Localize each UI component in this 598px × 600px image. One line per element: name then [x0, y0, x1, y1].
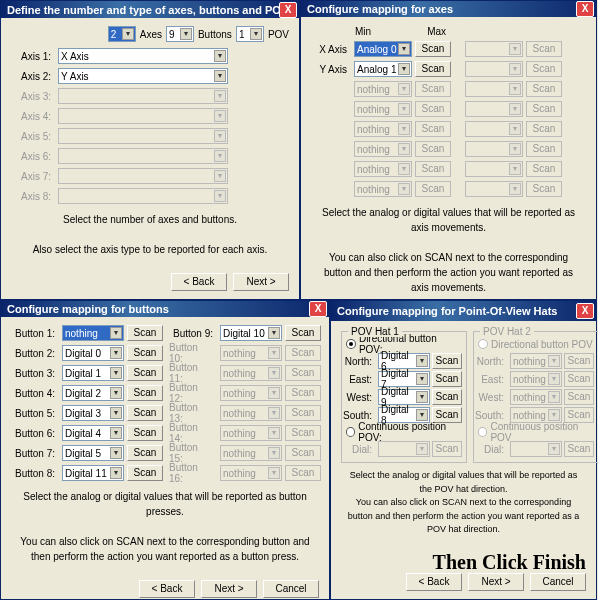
- chevron-down-icon: [250, 28, 262, 40]
- next-button[interactable]: Next >: [233, 273, 289, 291]
- scan-button[interactable]: Scan: [432, 371, 462, 387]
- chevron-down-icon: [509, 183, 521, 195]
- button-label: Button 14:: [169, 425, 217, 441]
- dial-select: [378, 441, 430, 457]
- min-select: nothing: [354, 121, 412, 137]
- scan-button[interactable]: Scan: [127, 445, 163, 461]
- max-select: [465, 121, 523, 137]
- close-icon[interactable]: X: [279, 2, 297, 18]
- scan-button[interactable]: Scan: [127, 385, 163, 401]
- direction-select: nothing: [510, 371, 562, 387]
- pov-count-select[interactable]: 1: [236, 26, 264, 42]
- back-button[interactable]: < Back: [406, 573, 462, 591]
- chevron-down-icon: [398, 83, 410, 95]
- chevron-down-icon: [122, 28, 134, 40]
- buttons-count-select[interactable]: 9: [166, 26, 194, 42]
- min-select[interactable]: Analog 1: [354, 61, 412, 77]
- scan-button[interactable]: Scan: [127, 345, 163, 361]
- titlebar[interactable]: Configure mapping for buttons X: [1, 301, 329, 317]
- axis-label: Axis 1:: [11, 48, 55, 64]
- scan-button: Scan: [415, 101, 451, 117]
- scan-button[interactable]: Scan: [415, 41, 451, 57]
- axis-type-select[interactable]: Y Axis: [58, 68, 228, 84]
- next-button[interactable]: Next >: [201, 580, 257, 598]
- scan-button: Scan: [415, 121, 451, 137]
- button-map-select[interactable]: Digital 5: [62, 445, 124, 461]
- scan-button[interactable]: Scan: [432, 389, 462, 405]
- chevron-down-icon: [110, 427, 122, 439]
- scan-button[interactable]: Scan: [127, 465, 163, 481]
- scan-button: Scan: [526, 141, 562, 157]
- close-icon[interactable]: X: [576, 1, 594, 17]
- scan-button[interactable]: Scan: [415, 61, 451, 77]
- button-label: Button 1:: [11, 325, 59, 341]
- axis-label: [311, 141, 351, 157]
- close-icon[interactable]: X: [309, 301, 327, 317]
- direction-select[interactable]: Digital 6: [378, 353, 430, 369]
- button-map-select[interactable]: Digital 0: [62, 345, 124, 361]
- direction-select[interactable]: Digital 9: [378, 389, 430, 405]
- min-select: nothing: [354, 101, 412, 117]
- chevron-down-icon: [398, 63, 410, 75]
- chevron-down-icon: [398, 103, 410, 115]
- button-map-select[interactable]: nothing: [62, 325, 124, 341]
- titlebar[interactable]: Define the number and type of axes, butt…: [1, 1, 299, 18]
- titlebar[interactable]: Configure mapping for axes X: [301, 1, 596, 17]
- axis-label: [311, 181, 351, 197]
- button-map-select[interactable]: Digital 3: [62, 405, 124, 421]
- axes-buttons-dialog: Define the number and type of axes, butt…: [0, 0, 300, 300]
- next-button[interactable]: Next >: [468, 573, 524, 591]
- scan-button: Scan: [415, 161, 451, 177]
- dialog-title: Configure mapping for buttons: [7, 303, 309, 315]
- button-map-select[interactable]: Digital 4: [62, 425, 124, 441]
- dialog-title: Configure mapping for axes: [307, 3, 576, 15]
- scan-button: Scan: [432, 441, 462, 457]
- axes-mapping-dialog: Configure mapping for axes X Min Max X A…: [300, 0, 597, 300]
- pov-hat-group: POV Hat 1 Directional button POV: North:…: [341, 331, 467, 463]
- back-button[interactable]: < Back: [139, 580, 195, 598]
- scan-button[interactable]: Scan: [127, 365, 163, 381]
- titlebar[interactable]: Configure mapping for Point-Of-View Hats…: [331, 301, 596, 321]
- direction-select[interactable]: Digital 7: [378, 371, 430, 387]
- cancel-button[interactable]: Cancel: [263, 580, 319, 598]
- dial-label: Dial:: [346, 441, 376, 457]
- buttons-label: Buttons: [198, 29, 232, 40]
- button-map-select[interactable]: Digital 2: [62, 385, 124, 401]
- axis-label: Axis 2:: [11, 68, 55, 84]
- chevron-down-icon: [509, 123, 521, 135]
- chevron-down-icon: [398, 123, 410, 135]
- chevron-down-icon: [548, 355, 560, 367]
- back-button[interactable]: < Back: [171, 273, 227, 291]
- scan-button[interactable]: Scan: [285, 325, 321, 341]
- close-icon[interactable]: X: [576, 303, 594, 319]
- chevron-down-icon: [548, 443, 560, 455]
- directional-radio: Directional button POV: [478, 336, 594, 352]
- direction-select[interactable]: Digital 8: [378, 407, 430, 423]
- chevron-down-icon: [548, 409, 560, 421]
- continuous-radio[interactable]: Continuous position POV:: [346, 424, 462, 440]
- cancel-button[interactable]: Cancel: [530, 573, 586, 591]
- button-label: Button 5:: [11, 405, 59, 421]
- scan-button[interactable]: Scan: [432, 353, 462, 369]
- scan-button: Scan: [285, 465, 321, 481]
- button-map-select[interactable]: Digital 1: [62, 365, 124, 381]
- axis-type-select[interactable]: X Axis: [58, 48, 228, 64]
- min-select[interactable]: Analog 0: [354, 41, 412, 57]
- scan-button[interactable]: Scan: [127, 405, 163, 421]
- button-map-select[interactable]: Digital 11: [62, 465, 124, 481]
- scan-button: Scan: [285, 425, 321, 441]
- axis-label: Axis 6:: [11, 148, 55, 164]
- button-map-select: nothing: [220, 345, 282, 361]
- help-text: Select the number of axes and buttons. A…: [11, 206, 289, 263]
- button-map-select: nothing: [220, 465, 282, 481]
- scan-button[interactable]: Scan: [127, 325, 163, 341]
- axes-count-select[interactable]: 2: [108, 26, 136, 42]
- chevron-down-icon: [509, 63, 521, 75]
- chevron-down-icon: [398, 183, 410, 195]
- button-map-select[interactable]: Digital 10: [220, 325, 282, 341]
- scan-button[interactable]: Scan: [127, 425, 163, 441]
- direction-label: East:: [478, 371, 508, 387]
- chevron-down-icon: [214, 50, 226, 62]
- help-text: Select the analog or digital values that…: [311, 199, 586, 301]
- scan-button: Scan: [564, 371, 594, 387]
